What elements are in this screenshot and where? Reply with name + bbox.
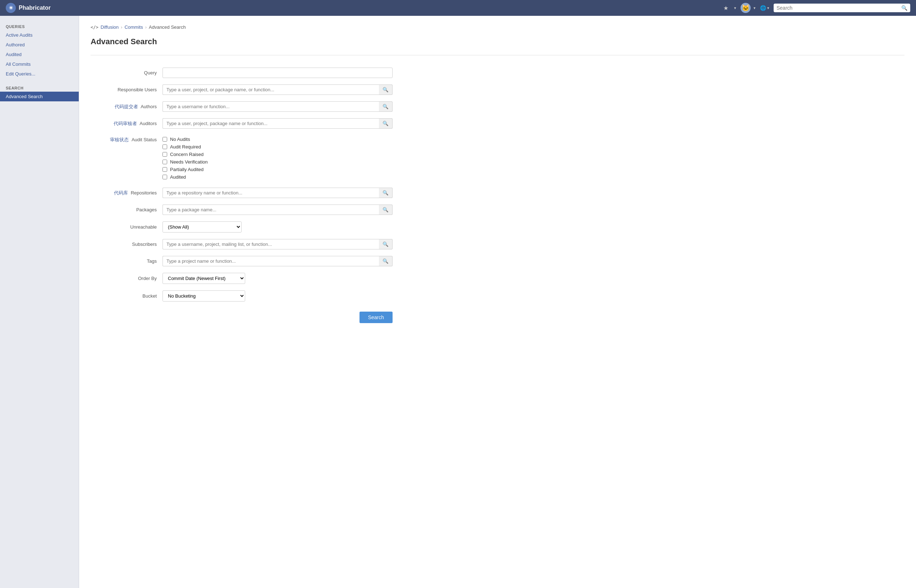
subscribers-search-btn[interactable]: 🔍 bbox=[379, 239, 393, 249]
audit-status-label: Audit Status bbox=[132, 137, 157, 142]
tags-row: Tags 🔍 bbox=[90, 254, 905, 268]
auditors-search-btn[interactable]: 🔍 bbox=[379, 118, 393, 129]
authors-label: Authors bbox=[141, 104, 157, 109]
subscribers-field-cell: 🔍 bbox=[163, 237, 905, 252]
breadcrumb-sep-1: › bbox=[121, 24, 122, 30]
logo-icon: ☀ bbox=[6, 3, 16, 13]
packages-input-group: 🔍 bbox=[163, 205, 393, 215]
sidebar-item-audited[interactable]: Audited bbox=[0, 50, 79, 59]
bucket-select[interactable]: No Bucketing By Date bbox=[163, 291, 245, 302]
authors-search-btn[interactable]: 🔍 bbox=[379, 101, 393, 112]
subscribers-input[interactable] bbox=[163, 239, 379, 249]
checkbox-no-audits-input[interactable] bbox=[163, 137, 167, 142]
unreachable-select[interactable]: (Show All) Show Only Unreachable Hide Un… bbox=[163, 221, 242, 233]
auditors-input[interactable] bbox=[163, 118, 379, 129]
repositories-input-group: 🔍 bbox=[163, 187, 393, 198]
app-logo[interactable]: ☀ Phabricator bbox=[6, 3, 51, 13]
tags-input[interactable] bbox=[163, 256, 379, 267]
sidebar-item-active-audits[interactable]: Active Audits bbox=[0, 30, 79, 40]
search-btn-row: Search bbox=[90, 304, 905, 325]
checkbox-concern-raised[interactable]: Concern Raised bbox=[163, 152, 905, 157]
global-search-input[interactable] bbox=[777, 5, 899, 11]
responsible-users-search-btn[interactable]: 🔍 bbox=[379, 84, 393, 95]
checkbox-needs-verification-label: Needs Verification bbox=[170, 159, 208, 165]
user-avatar-area[interactable]: 🐱 ▾ bbox=[741, 3, 757, 13]
breadcrumb-commits[interactable]: Commits bbox=[124, 24, 143, 30]
order-by-field-cell: Commit Date (Newest First) Commit Date (… bbox=[163, 271, 905, 286]
packages-label: Packages bbox=[90, 202, 163, 217]
audit-status-field-cell: No Audits Audit Required Concern Raised bbox=[163, 133, 905, 183]
sidebar-item-advanced-search[interactable]: Advanced Search bbox=[0, 92, 79, 101]
sidebar-item-all-commits[interactable]: All Commits bbox=[0, 59, 79, 69]
page-title: Advanced Search bbox=[90, 37, 905, 46]
checkbox-partially-audited-input[interactable] bbox=[163, 167, 167, 172]
order-by-row: Order By Commit Date (Newest First) Comm… bbox=[90, 271, 905, 286]
repositories-search-btn[interactable]: 🔍 bbox=[379, 187, 393, 198]
search-btn-cell: Search bbox=[163, 304, 905, 325]
checkbox-audited-input[interactable] bbox=[163, 174, 167, 179]
avatar: 🐱 bbox=[741, 3, 751, 13]
breadcrumb: </> Diffusion › Commits › Advanced Searc… bbox=[90, 24, 905, 30]
checkbox-needs-verification-input[interactable] bbox=[163, 160, 167, 164]
global-search[interactable]: 🔍 bbox=[774, 3, 910, 12]
repositories-label: Repositories bbox=[131, 190, 157, 195]
responsible-users-input-group: 🔍 bbox=[163, 84, 393, 95]
subscribers-row: Subscribers 🔍 bbox=[90, 237, 905, 252]
tags-input-group: 🔍 bbox=[163, 256, 393, 267]
query-row: Query bbox=[90, 65, 905, 80]
breadcrumb-sep-2: › bbox=[145, 24, 147, 30]
packages-search-btn[interactable]: 🔍 bbox=[379, 205, 393, 215]
bucket-label: Bucket bbox=[90, 288, 163, 304]
search-section-label: SEARCH bbox=[0, 83, 79, 92]
chevron-down-icon[interactable]: ▾ bbox=[733, 4, 738, 12]
repositories-input[interactable] bbox=[163, 187, 379, 198]
responsible-users-input[interactable] bbox=[163, 84, 379, 95]
avatar-chevron-icon[interactable]: ▾ bbox=[752, 4, 757, 12]
breadcrumb-diffusion[interactable]: Diffusion bbox=[101, 24, 119, 30]
search-button[interactable]: Search bbox=[360, 312, 393, 323]
order-by-label: Order By bbox=[90, 271, 163, 286]
repositories-zh-label: 代码库 bbox=[114, 190, 128, 195]
unreachable-row: Unreachable (Show All) Show Only Unreach… bbox=[90, 219, 905, 235]
app-name: Phabricator bbox=[19, 5, 51, 11]
checkbox-audit-required-input[interactable] bbox=[163, 144, 167, 149]
bucket-row: Bucket No Bucketing By Date bbox=[90, 288, 905, 304]
responsible-users-row: Responsible Users 🔍 bbox=[90, 82, 905, 97]
audit-status-zh-label: 审核状态 bbox=[110, 137, 129, 142]
query-input[interactable] bbox=[163, 68, 393, 78]
auditors-row: 代码审核者 Auditors 🔍 bbox=[90, 116, 905, 131]
responsible-users-label: Responsible Users bbox=[90, 82, 163, 97]
main-content: </> Diffusion › Commits › Advanced Searc… bbox=[79, 16, 916, 588]
authors-zh-label: 代码提交者 bbox=[115, 104, 138, 109]
checkbox-partially-audited[interactable]: Partially Audited bbox=[163, 167, 905, 172]
packages-input[interactable] bbox=[163, 205, 379, 215]
tags-search-btn[interactable]: 🔍 bbox=[379, 256, 393, 267]
checkbox-concern-raised-input[interactable] bbox=[163, 152, 167, 157]
globe-icon: 🌐 bbox=[760, 5, 766, 11]
search-icon: 🔍 bbox=[901, 5, 907, 11]
unreachable-label: Unreachable bbox=[90, 219, 163, 235]
checkbox-audit-required[interactable]: Audit Required bbox=[163, 144, 905, 150]
queries-section-label: QUERIES bbox=[0, 21, 79, 30]
checkbox-needs-verification[interactable]: Needs Verification bbox=[163, 159, 905, 165]
repositories-row: 代码库 Repositories 🔍 bbox=[90, 186, 905, 200]
btn-row: Search bbox=[163, 306, 393, 323]
subscribers-label: Subscribers bbox=[90, 237, 163, 252]
authors-input[interactable] bbox=[163, 101, 379, 112]
sidebar-item-edit-queries[interactable]: Edit Queries... bbox=[0, 69, 79, 79]
breadcrumb-current: Advanced Search bbox=[149, 24, 186, 30]
language-selector[interactable]: 🌐 ▾ bbox=[760, 5, 769, 11]
authors-row: 代码提交者 Authors 🔍 bbox=[90, 99, 905, 114]
auditors-label-cell: 代码审核者 Auditors bbox=[90, 116, 163, 131]
order-by-select[interactable]: Commit Date (Newest First) Commit Date (… bbox=[163, 273, 245, 284]
checkbox-no-audits[interactable]: No Audits bbox=[163, 137, 905, 142]
topnav: ☀ Phabricator ★ ▾ 🐱 ▾ 🌐 ▾ 🔍 bbox=[0, 0, 916, 16]
authors-input-group: 🔍 bbox=[163, 101, 393, 112]
checkbox-concern-raised-label: Concern Raised bbox=[170, 152, 204, 157]
sidebar: QUERIES Active Audits Authored Audited A… bbox=[0, 16, 79, 588]
star-icon[interactable]: ★ bbox=[722, 3, 730, 13]
query-label: Query bbox=[90, 65, 163, 80]
checkbox-audited[interactable]: Audited bbox=[163, 174, 905, 180]
sidebar-item-authored[interactable]: Authored bbox=[0, 40, 79, 50]
tags-label: Tags bbox=[90, 254, 163, 268]
